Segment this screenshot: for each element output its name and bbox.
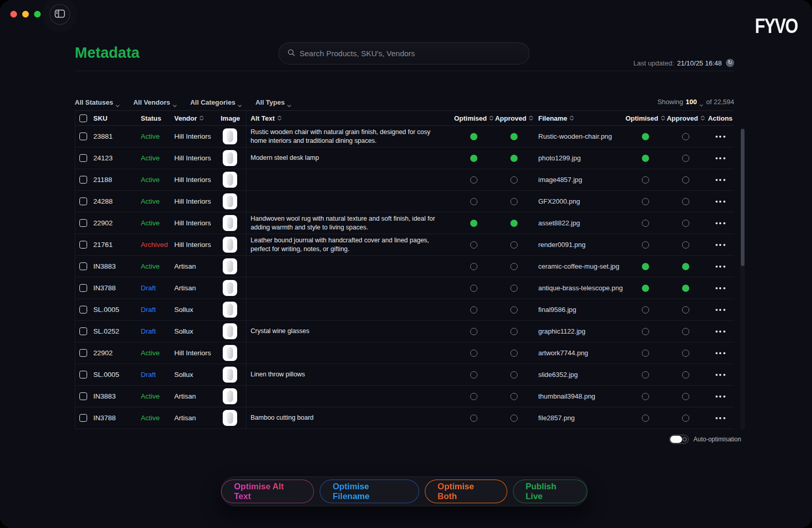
filename-cell[interactable]: file2857.png [534,407,625,428]
image-cell[interactable] [221,407,246,428]
refresh-icon[interactable]: ↻ [726,59,734,67]
row-actions-menu[interactable] [716,179,725,181]
optimised-file-indicator[interactable] [642,393,649,400]
approved-alt-indicator[interactable] [510,155,518,162]
image-cell[interactable] [221,147,246,169]
image-cell[interactable] [221,299,246,320]
approved-file-indicator[interactable] [682,371,689,378]
column-header-approved-file[interactable]: Approved [666,114,706,122]
optimised-file-indicator[interactable] [642,371,649,378]
row-checkbox[interactable] [79,241,87,249]
approved-file-indicator[interactable] [682,350,689,357]
row-actions-menu[interactable] [716,331,725,333]
optimised-file-indicator[interactable] [642,328,649,335]
approved-file-indicator[interactable] [682,415,689,422]
filename-cell[interactable]: antique-brass-telescope.png [534,277,625,299]
optimised-file-indicator[interactable] [642,350,649,357]
product-thumbnail[interactable] [223,172,237,188]
row-checkbox[interactable] [79,284,87,292]
row-checkbox[interactable] [79,154,87,162]
product-thumbnail[interactable] [223,302,237,318]
filename-cell[interactable]: render0091.png [534,234,625,255]
approved-alt-indicator[interactable] [510,198,518,205]
approved-file-indicator[interactable] [682,328,689,335]
filename-cell[interactable]: photo1299.jpg [534,147,625,169]
scrollbar-thumb[interactable] [741,129,744,266]
product-thumbnail[interactable] [223,258,237,274]
row-actions-menu[interactable] [716,201,725,203]
optimised-file-indicator[interactable] [642,220,649,227]
image-cell[interactable] [221,386,246,407]
filter-all-statuses[interactable]: All Statuses [75,98,120,106]
approved-file-indicator[interactable] [682,285,689,292]
row-checkbox[interactable] [79,133,87,140]
optimised-file-indicator[interactable] [642,263,649,270]
search-bar[interactable] [278,42,529,64]
row-checkbox[interactable] [79,176,87,184]
row-checkbox[interactable] [79,371,87,378]
image-cell[interactable] [221,191,246,212]
column-header-vendor[interactable]: Vendor [174,114,221,122]
filename-cell[interactable]: final9586.jpg [534,299,625,320]
product-thumbnail[interactable] [223,410,237,426]
column-header-approved-alt[interactable]: Approved [494,114,534,122]
publish-live-button[interactable]: Publish Live [513,480,588,503]
approved-alt-indicator[interactable] [510,306,518,314]
alt-text-cell[interactable]: Handwoven wool rug with natural texture … [246,212,454,234]
filter-all-types[interactable]: All Types [255,98,291,106]
approved-file-indicator[interactable] [682,198,689,205]
product-thumbnail[interactable] [223,345,237,361]
filter-all-vendors[interactable]: All Vendors [133,98,177,106]
optimised-alt-indicator[interactable] [470,155,477,162]
column-header-optimised-alt[interactable]: Optimised [454,114,494,122]
filename-cell[interactable]: GFX2000.png [534,191,625,212]
filter-all-categories[interactable]: All Categories [190,98,242,106]
optimised-alt-indicator[interactable] [470,371,477,378]
filename-cell[interactable]: ceramic-coffee-mug-set.jpg [534,256,625,277]
optimised-file-indicator[interactable] [642,198,649,205]
row-checkbox[interactable] [79,327,87,335]
optimised-alt-indicator[interactable] [470,306,477,314]
optimised-alt-indicator[interactable] [470,176,477,184]
sort-icon[interactable] [277,116,281,121]
optimised-file-indicator[interactable] [642,415,649,422]
image-cell[interactable] [221,169,246,190]
alt-text-cell[interactable] [246,342,454,364]
alt-text-cell[interactable] [246,169,454,190]
alt-text-cell[interactable] [246,299,454,320]
zoom-window-button[interactable] [34,11,41,18]
row-actions-menu[interactable] [716,157,725,159]
row-actions-menu[interactable] [716,222,725,224]
filename-cell[interactable]: Rustic-wooden-chair.png [534,126,625,147]
product-thumbnail[interactable] [223,150,237,166]
row-actions-menu[interactable] [716,287,725,289]
optimised-file-indicator[interactable] [642,155,649,162]
column-header-status[interactable]: Status [141,114,174,122]
image-cell[interactable] [221,342,246,364]
alt-text-cell[interactable] [246,277,454,299]
optimised-file-indicator[interactable] [642,285,649,292]
approved-alt-indicator[interactable] [510,371,518,378]
approved-file-indicator[interactable] [682,263,689,270]
alt-text-cell[interactable] [246,191,454,212]
alt-text-cell[interactable]: Bamboo cutting board [246,407,454,428]
optimised-alt-indicator[interactable] [470,285,477,292]
column-header-filename[interactable]: Filename [534,114,625,122]
optimised-alt-indicator[interactable] [470,198,477,205]
image-cell[interactable] [221,364,246,385]
row-checkbox[interactable] [79,414,87,422]
approved-alt-indicator[interactable] [510,350,518,357]
optimised-alt-indicator[interactable] [470,350,477,357]
row-actions-menu[interactable] [716,417,725,419]
approved-alt-indicator[interactable] [510,176,518,184]
product-thumbnail[interactable] [223,280,237,296]
approved-file-indicator[interactable] [682,306,689,314]
filename-cell[interactable]: thumbnail3948.png [534,386,625,407]
product-thumbnail[interactable] [223,128,237,144]
filename-cell[interactable]: artwork7744.png [534,342,625,364]
optimised-alt-indicator[interactable] [470,133,477,140]
row-checkbox[interactable] [79,306,87,314]
search-input[interactable] [300,49,521,58]
approved-file-indicator[interactable] [682,220,689,227]
auto-optimisation-toggle[interactable] [669,435,689,444]
